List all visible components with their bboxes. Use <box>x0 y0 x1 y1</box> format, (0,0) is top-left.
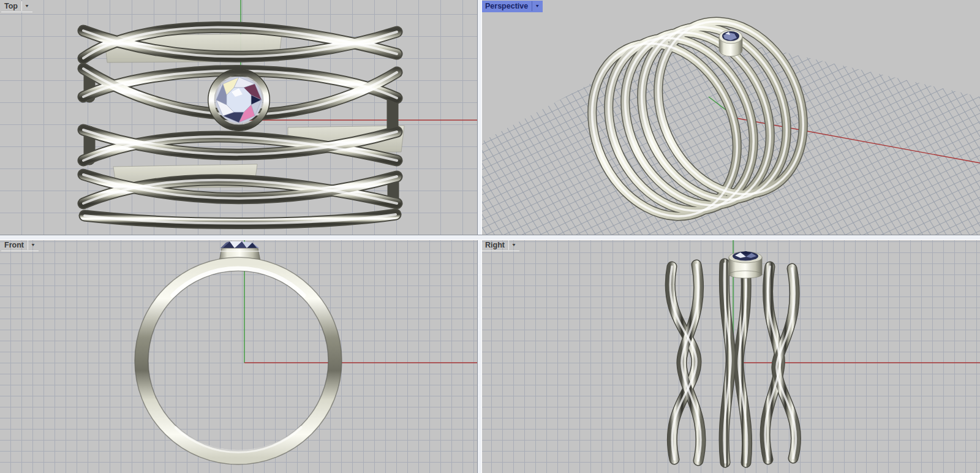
viewport-menu-button[interactable]: ▼ <box>28 240 37 250</box>
viewport-menu-button[interactable]: ▼ <box>508 240 518 250</box>
gemstone-right <box>729 251 762 278</box>
gemstone-perspective <box>719 30 742 56</box>
top-view-render <box>0 0 477 235</box>
viewport-label-front[interactable]: Front ▼ <box>1 240 39 251</box>
right-view-render <box>481 239 980 473</box>
viewport-label-top[interactable]: Top ▼ <box>1 1 32 12</box>
viewport-menu-button[interactable]: ▼ <box>532 1 541 11</box>
chevron-down-icon: ▼ <box>24 4 29 8</box>
viewport-label-perspective[interactable]: Perspective ▼ <box>482 1 543 12</box>
ring-band-front <box>135 257 342 464</box>
viewport-perspective[interactable]: Perspective ▼ <box>481 0 980 235</box>
viewport-label-right[interactable]: Right ▼ <box>482 240 519 251</box>
perspective-view-render <box>481 0 980 235</box>
chevron-down-icon: ▼ <box>31 243 36 247</box>
viewport-title[interactable]: Right <box>483 241 508 250</box>
gemstone-front <box>221 241 259 248</box>
chevron-down-icon: ▼ <box>535 4 540 8</box>
viewport-title[interactable]: Perspective <box>483 2 532 11</box>
viewport-title[interactable]: Front <box>2 241 28 250</box>
front-view-render <box>0 239 477 473</box>
viewport-front[interactable]: Front ▼ <box>0 239 477 473</box>
viewport-menu-button[interactable]: ▼ <box>21 1 31 11</box>
gemstone-top <box>208 69 270 131</box>
viewport-grid: Top ▼ <box>0 0 980 473</box>
chevron-down-icon: ▼ <box>511 243 516 247</box>
viewport-title[interactable]: Top <box>2 2 21 11</box>
viewport-top[interactable]: Top ▼ <box>0 0 477 235</box>
viewport-right[interactable]: Right ▼ <box>481 239 980 473</box>
